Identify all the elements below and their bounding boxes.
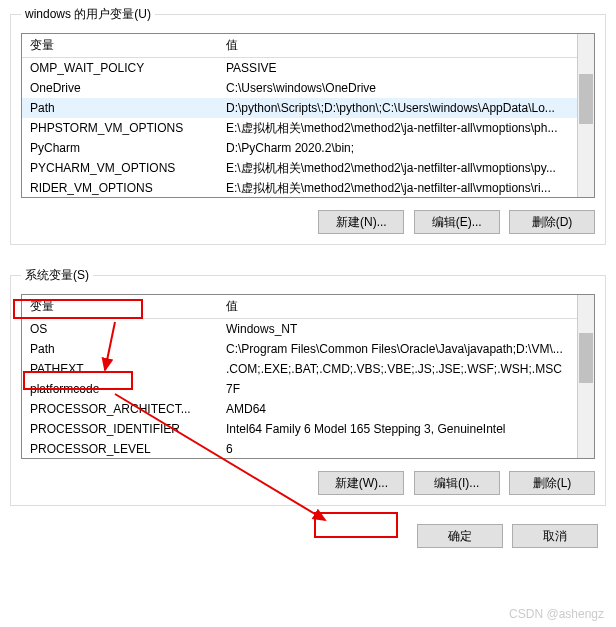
table-row[interactable]: PROCESSOR_IDENTIFIERIntel64 Family 6 Mod… <box>22 419 577 439</box>
var-name: platformcode <box>22 381 218 397</box>
var-name: PROCESSOR_ARCHITECT... <box>22 401 218 417</box>
var-value: E:\虚拟机相关\method2\method2\ja-netfilter-al… <box>218 159 577 178</box>
table-row[interactable]: PathD:\python\Scripts\;D:\python\;C:\Use… <box>22 98 577 118</box>
var-name: PATHEXT <box>22 361 218 377</box>
user-edit-button[interactable]: 编辑(E)... <box>414 210 500 234</box>
sys-header-val[interactable]: 值 <box>218 295 577 319</box>
ok-button[interactable]: 确定 <box>417 524 503 548</box>
sys-vars-title: 系统变量(S) <box>21 267 93 284</box>
user-header-var[interactable]: 变量 <box>22 34 218 58</box>
table-row[interactable]: PyCharmD:\PyCharm 2020.2\bin; <box>22 138 577 158</box>
var-value: D:\python\Scripts\;D:\python\;C:\Users\w… <box>218 100 577 116</box>
table-row[interactable]: PROCESSOR_LEVEL6 <box>22 439 577 458</box>
var-name: Path <box>22 341 218 357</box>
var-value: PASSIVE <box>218 60 577 76</box>
table-row[interactable]: OSWindows_NT <box>22 319 577 339</box>
var-value: C:\Users\windows\OneDrive <box>218 80 577 96</box>
var-name: PROCESSOR_LEVEL <box>22 441 218 457</box>
var-name: PYCHARM_VM_OPTIONS <box>22 160 218 176</box>
var-value: E:\虚拟机相关\method2\method2\ja-netfilter-al… <box>218 179 577 198</box>
sys-vars-table[interactable]: 变量 值 OSWindows_NT PathC:\Program Files\C… <box>21 294 595 459</box>
table-row[interactable]: PHPSTORM_VM_OPTIONSE:\虚拟机相关\method2\meth… <box>22 118 577 138</box>
var-value: 7F <box>218 381 577 397</box>
table-row[interactable]: platformcode7F <box>22 379 577 399</box>
var-value: C:\Program Files\Common Files\Oracle\Jav… <box>218 341 577 357</box>
var-name: PyCharm <box>22 140 218 156</box>
sys-new-button[interactable]: 新建(W)... <box>318 471 404 495</box>
table-row[interactable]: OMP_WAIT_POLICYPASSIVE <box>22 58 577 78</box>
table-row[interactable]: RIDER_VM_OPTIONSE:\虚拟机相关\method2\method2… <box>22 178 577 197</box>
table-row[interactable]: PROCESSOR_ARCHITECT...AMD64 <box>22 399 577 419</box>
watermark: CSDN @ashengz <box>509 607 604 621</box>
var-name: OMP_WAIT_POLICY <box>22 60 218 76</box>
table-row[interactable]: PYCHARM_VM_OPTIONSE:\虚拟机相关\method2\metho… <box>22 158 577 178</box>
var-name: Path <box>22 100 218 116</box>
table-row[interactable]: OneDriveC:\Users\windows\OneDrive <box>22 78 577 98</box>
var-value: .COM;.EXE;.BAT;.CMD;.VBS;.VBE;.JS;.JSE;.… <box>218 361 577 377</box>
table-row[interactable]: PATHEXT.COM;.EXE;.BAT;.CMD;.VBS;.VBE;.JS… <box>22 359 577 379</box>
user-header-val[interactable]: 值 <box>218 34 577 58</box>
sys-delete-button[interactable]: 删除(L) <box>509 471 595 495</box>
cancel-button[interactable]: 取消 <box>512 524 598 548</box>
var-name: OneDrive <box>22 80 218 96</box>
table-row[interactable]: PathC:\Program Files\Common Files\Oracle… <box>22 339 577 359</box>
user-new-button[interactable]: 新建(N)... <box>318 210 404 234</box>
var-value: 6 <box>218 441 577 457</box>
var-name: PHPSTORM_VM_OPTIONS <box>22 120 218 136</box>
sys-edit-button[interactable]: 编辑(I)... <box>414 471 500 495</box>
var-value: Windows_NT <box>218 321 577 337</box>
user-vars-table[interactable]: 变量 值 OMP_WAIT_POLICYPASSIVE OneDriveC:\U… <box>21 33 595 198</box>
sys-header-var[interactable]: 变量 <box>22 295 218 319</box>
user-vars-title: windows 的用户变量(U) <box>21 6 155 23</box>
var-value: E:\虚拟机相关\method2\method2\ja-netfilter-al… <box>218 119 577 138</box>
var-name: RIDER_VM_OPTIONS <box>22 180 218 196</box>
var-value: D:\PyCharm 2020.2\bin; <box>218 140 577 156</box>
var-value: AMD64 <box>218 401 577 417</box>
user-delete-button[interactable]: 删除(D) <box>509 210 595 234</box>
scrollbar[interactable] <box>577 34 594 197</box>
var-name: OS <box>22 321 218 337</box>
var-value: Intel64 Family 6 Model 165 Stepping 3, G… <box>218 421 577 437</box>
var-name: PROCESSOR_IDENTIFIER <box>22 421 218 437</box>
scrollbar[interactable] <box>577 295 594 458</box>
